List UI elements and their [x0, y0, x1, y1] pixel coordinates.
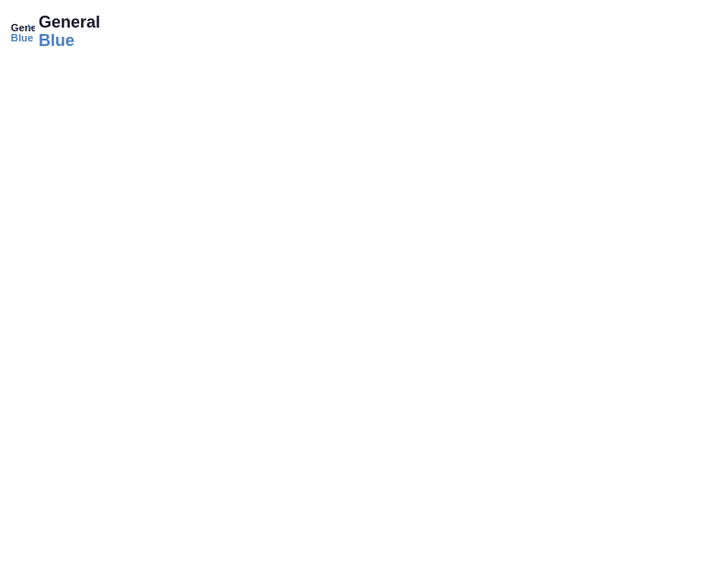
logo-blue: Blue: [39, 31, 74, 50]
logo: General Blue General Blue: [9, 14, 100, 51]
logo-text-line1: General: [39, 14, 100, 32]
header: General Blue General Blue: [9, 9, 719, 55]
svg-text:Blue: Blue: [11, 32, 33, 43]
logo-text-line2: Blue: [39, 32, 100, 51]
logo-icon: General Blue: [9, 19, 35, 45]
